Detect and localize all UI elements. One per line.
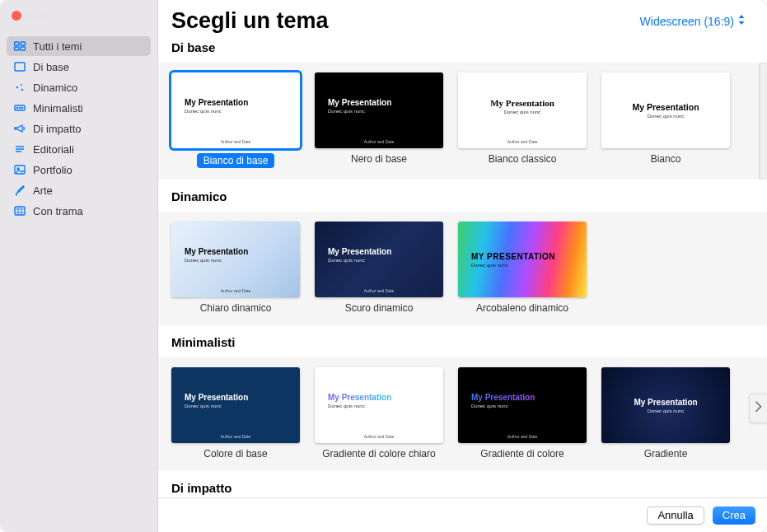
theme-item[interactable]: My PresentationDonec quis nuncAuthor and…	[458, 72, 587, 168]
sidebar-item-di-impatto[interactable]: Di impatto	[7, 119, 151, 138]
thumb-title: My Presentation	[328, 247, 443, 256]
theme-item[interactable]: My PresentationDonec quis nuncAuthor and…	[458, 367, 587, 460]
theme-label: Bianco classico	[489, 153, 557, 165]
theme-section: Di impatto	[171, 481, 767, 495]
sidebar-item-portfolio[interactable]: Portfolio	[7, 160, 151, 180]
section-title: Minimalisti	[171, 335, 767, 349]
thumb-subtitle: Donec quis nunc	[328, 258, 443, 263]
cancel-button[interactable]: Annulla	[647, 506, 704, 525]
sidebar-item-arte[interactable]: Arte	[7, 180, 151, 200]
document-icon	[13, 60, 26, 73]
sidebar-item-label: Di impatto	[33, 123, 82, 135]
theme-item[interactable]: My PresentationDonec quis nuncBianco	[601, 72, 730, 168]
theme-thumbnail: My PresentationDonec quis nuncAuthor and…	[458, 72, 587, 148]
row-overflow-peek	[759, 63, 767, 180]
theme-thumbnail: My PresentationDonec quis nuncAuthor and…	[315, 367, 443, 443]
sidebar-item-di-base[interactable]: Di base	[7, 57, 151, 77]
thumb-footer: Author and Date	[458, 434, 587, 443]
section-title: Dinamico	[171, 189, 767, 203]
thumb-content: My PresentationDonec quis nunc	[315, 222, 443, 288]
section-title: Di base	[171, 40, 767, 54]
thumb-content: MY PRESENTATIONDonec quis nunc	[458, 222, 587, 297]
theme-row-band: My PresentationDonec quis nuncAuthor and…	[158, 212, 767, 325]
thumb-title: My Presentation	[185, 247, 300, 256]
minimal-icon	[13, 101, 26, 114]
thumb-content: My PresentationDonec quis nunc	[458, 72, 587, 139]
theme-thumbnail: MY PRESENTATIONDonec quis nunc	[458, 222, 587, 297]
svg-point-7	[21, 89, 23, 91]
theme-thumbnail: My PresentationDonec quis nuncAuthor and…	[458, 367, 587, 443]
sidebar-item-con-trama[interactable]: Con trama	[7, 201, 151, 221]
window-minimize-button[interactable]	[28, 11, 38, 21]
svg-rect-17	[15, 207, 25, 215]
svg-rect-4	[15, 63, 25, 71]
theme-item[interactable]: My PresentationDonec quis nuncAuthor and…	[171, 222, 300, 314]
theme-label: Gradiente	[644, 448, 688, 460]
theme-item[interactable]: My PresentationDonec quis nuncAuthor and…	[171, 72, 300, 168]
page-title: Scegli un tema	[171, 8, 329, 34]
thumb-subtitle: Donec quis nunc	[504, 110, 541, 114]
theme-section: DinamicoMy PresentationDonec quis nuncAu…	[171, 189, 767, 325]
window-zoom-button[interactable]	[44, 11, 54, 21]
svg-point-6	[21, 84, 22, 86]
aspect-ratio-selector[interactable]: Widescreen (16:9)	[640, 14, 746, 28]
theme-thumbnail: My PresentationDonec quis nuncAuthor and…	[315, 72, 443, 148]
svg-rect-2	[15, 47, 20, 50]
sidebar-item-editoriali[interactable]: Editoriali	[7, 139, 151, 159]
theme-item[interactable]: My PresentationDonec quis nuncAuthor and…	[315, 72, 443, 168]
sidebar-item-label: Di base	[33, 61, 69, 73]
thumb-content: My PresentationDonec quis nunc	[601, 367, 730, 443]
thumb-title: MY PRESENTATION	[471, 252, 587, 261]
sidebar-item-label: Editoriali	[33, 143, 74, 156]
thumb-content: My PresentationDonec quis nunc	[315, 72, 443, 139]
sidebar-item-minimalisti[interactable]: Minimalisti	[7, 98, 151, 118]
sidebar-item-label: Dinamico	[33, 82, 77, 94]
thumb-title: My Presentation	[632, 102, 699, 112]
theme-label: Gradiente di colore	[480, 448, 564, 460]
cancel-button-label: Annulla	[657, 509, 693, 521]
image-icon	[13, 163, 26, 176]
thumb-subtitle: Donec quis nunc	[648, 408, 685, 413]
thumb-title: My Presentation	[328, 98, 443, 107]
chevron-right-icon	[755, 401, 762, 416]
theme-item[interactable]: My PresentationDonec quis nuncGradiente	[601, 367, 730, 460]
theme-thumbnail: My PresentationDonec quis nuncAuthor and…	[171, 222, 300, 297]
texture-icon	[13, 204, 26, 217]
sparkle-icon	[13, 81, 26, 94]
theme-item[interactable]: My PresentationDonec quis nuncAuthor and…	[315, 367, 443, 460]
row-next-button[interactable]	[749, 394, 767, 423]
sidebar-item-label: Portfolio	[33, 164, 72, 176]
thumb-content: My PresentationDonec quis nunc	[171, 72, 300, 139]
thumb-subtitle: Donec quis nunc	[185, 404, 300, 408]
lines-icon	[13, 142, 26, 156]
thumb-content: My PresentationDonec quis nunc	[171, 222, 300, 288]
header: Scegli un tema Widescreen (16:9)	[158, 0, 767, 34]
theme-item[interactable]: MY PRESENTATIONDonec quis nuncArcobaleno…	[458, 222, 587, 314]
thumb-subtitle: Donec quis nunc	[471, 404, 587, 408]
create-button[interactable]: Crea	[713, 506, 755, 525]
window-close-button[interactable]	[12, 11, 21, 21]
svg-point-5	[16, 86, 18, 88]
section-title: Di impatto	[171, 481, 767, 495]
thumb-content: My PresentationDonec quis nunc	[601, 72, 730, 148]
thumb-footer: Author and Date	[171, 139, 300, 148]
thumb-footer: Author and Date	[315, 434, 443, 443]
theme-item[interactable]: My PresentationDonec quis nuncAuthor and…	[171, 367, 300, 460]
svg-point-10	[19, 107, 20, 108]
sidebar-item-dinamico[interactable]: Dinamico	[7, 77, 151, 97]
thumb-title: My Presentation	[490, 98, 554, 108]
theme-label: Gradiente di colore chiaro	[322, 448, 435, 460]
theme-label: Nero di base	[351, 153, 407, 165]
theme-content[interactable]: Di baseMy PresentationDonec quis nuncAut…	[158, 34, 767, 497]
thumb-footer: Author and Date	[171, 288, 300, 297]
theme-label: Chiaro dinamico	[200, 302, 272, 314]
svg-rect-0	[15, 42, 20, 45]
theme-row-band: My PresentationDonec quis nuncAuthor and…	[158, 357, 767, 471]
theme-thumbnail: My PresentationDonec quis nunc	[601, 367, 730, 443]
theme-label: Scuro dinamico	[345, 302, 414, 314]
thumb-subtitle: Donec quis nunc	[328, 109, 443, 114]
aspect-ratio-label: Widescreen (16:9)	[640, 15, 734, 28]
sidebar-item-tutti-i-temi[interactable]: Tutti i temi	[7, 36, 151, 56]
theme-item[interactable]: My PresentationDonec quis nuncAuthor and…	[315, 222, 443, 314]
chevron-up-down-icon	[737, 14, 746, 28]
